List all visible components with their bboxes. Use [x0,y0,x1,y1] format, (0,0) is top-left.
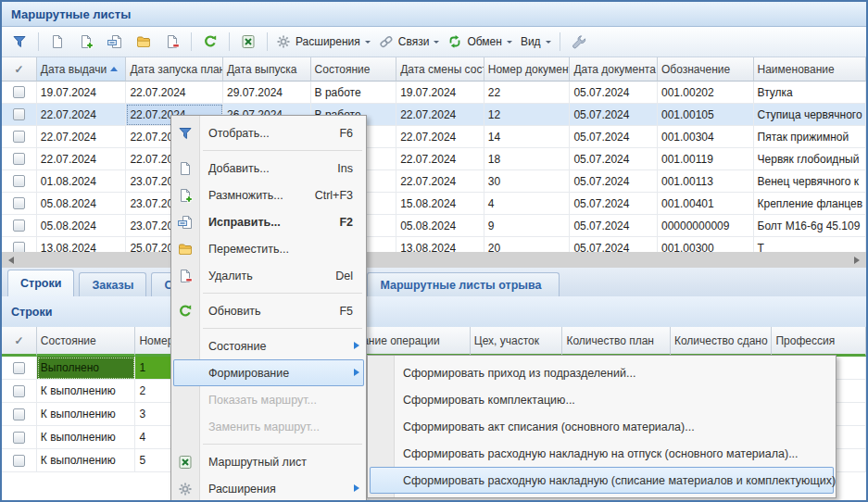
cell[interactable]: 22.07.2024 [126,82,223,104]
cell[interactable]: 001.00113 [658,170,754,193]
menu-item-route-sheet-print[interactable]: Маршрутный лист [171,448,366,475]
menu-item-add[interactable]: Добавить...Ins [171,155,366,182]
menu-item-generate[interactable]: Формирование [171,359,366,386]
column-header-8[interactable]: Профессия [772,327,866,357]
cell[interactable]: 22.07.2024 [37,104,127,126]
cell[interactable]: 30 [484,170,571,193]
cell[interactable]: 19.07.2024 [396,82,484,104]
table-row[interactable]: 05.08.202423.07.202415.08.2024405.07.202… [2,193,866,215]
cell[interactable]: 001.00300 [658,237,754,252]
row-checkbox[interactable] [13,385,25,397]
delete-document-button[interactable] [159,31,185,53]
cell[interactable]: 22.07.2024 [396,148,484,170]
table-row[interactable]: 19.07.202422.07.202429.07.2024В работе19… [2,82,866,104]
menu-item-generate-expense-invoice-writeoff[interactable]: Сформировать расходную накладную (списан… [368,467,836,494]
table-row[interactable]: 22.07.202422.07.202422.07.20241805.07.20… [2,148,866,170]
table-row[interactable]: 01.08.202423.07.202422.07.20243005.07.20… [2,170,866,193]
exchange-menu-button[interactable]: Обмен [445,31,515,53]
table-row[interactable]: 22.07.202422.07.202426.07.2024В работе22… [2,104,866,126]
column-header-8[interactable]: Обозначение [658,57,754,82]
cell[interactable]: 001.00401 [658,193,754,215]
settings-wrench-button[interactable] [566,31,592,53]
cell[interactable]: 13.08.2024 [396,237,484,252]
copy-document-button[interactable] [73,31,99,53]
cell[interactable]: 05.07.2024 [570,237,658,252]
table-row[interactable]: 13.08.202425.07.202413.08.20242005.07.20… [2,237,866,252]
status-cell[interactable]: К выполнению [37,449,136,472]
row-checkbox[interactable] [13,86,25,98]
cell[interactable]: 22.07.2024 [37,148,127,170]
refresh-button[interactable] [197,31,223,53]
row-checkbox[interactable] [13,153,25,165]
cell[interactable]: 19.07.2024 [37,82,127,104]
scroll-left-arrow-icon[interactable] [5,257,14,264]
cell[interactable]: Червяк глобоидный [754,148,866,170]
tab-orders[interactable]: Заказы [79,272,146,296]
row-checkbox[interactable] [13,131,25,143]
menu-item-refresh[interactable]: ОбновитьF5 [171,297,366,324]
edit-document-button[interactable] [102,31,128,53]
row-checkbox[interactable] [13,408,25,420]
tab-rows[interactable]: Строки [7,270,74,296]
table-row[interactable]: 22.07.202422.07.202422.07.20241405.07.20… [2,126,866,148]
cell[interactable]: 001.00304 [658,126,754,148]
cell[interactable]: Втулка [754,82,866,104]
menu-item-generate-completion[interactable]: Сформировать комплектацию... [368,386,836,413]
menu-item-move[interactable]: Переместить... [171,235,366,262]
scroll-right-arrow-icon[interactable] [854,257,863,264]
cell[interactable]: 05.08.2024 [396,215,484,237]
cell[interactable]: 9 [484,215,571,237]
cell[interactable]: Венец червячного к [754,170,866,193]
status-cell[interactable]: К выполнению [37,403,136,426]
column-header-6[interactable]: Номер документа [484,57,571,82]
move-button[interactable] [131,31,157,53]
cell[interactable]: 22 [484,82,571,104]
cell[interactable]: 05.07.2024 [570,82,658,104]
cell[interactable]: 15.08.2024 [396,193,484,215]
row-checkbox[interactable] [13,242,25,252]
cell[interactable]: 05.07.2024 [570,126,658,148]
cell[interactable]: 05.07.2024 [570,215,658,237]
tab-tear-off-route-sheets[interactable]: Маршрутные листы отрыва [367,272,560,296]
cell[interactable]: 29.07.2024 [223,82,311,104]
select-all-header[interactable]: ✓ [2,327,37,357]
column-header-2[interactable]: Дата запуска плановая [126,57,223,82]
extensions-menu-button[interactable]: Расширения [273,31,373,53]
menu-item-filter-rows[interactable]: Отобрать...F6 [171,119,366,146]
menu-item-edit[interactable]: Исправить...F2 [171,208,366,235]
status-cell[interactable]: К выполнению [37,426,136,449]
cell[interactable]: 22.07.2024 [396,126,484,148]
cell[interactable]: 12 [484,104,571,126]
cell[interactable]: 20 [484,237,571,252]
h-scrollbar[interactable] [2,252,866,268]
menu-item-duplicate[interactable]: Размножить...Ctrl+F3 [171,182,366,208]
column-header-3[interactable]: Дата выпуска [223,57,311,82]
menu-item-delete[interactable]: УдалитьDel [171,262,366,289]
filter-button[interactable] [6,31,32,53]
row-checkbox[interactable] [13,362,25,374]
cell[interactable]: Пятак прижимной [754,126,866,148]
cell[interactable]: 05.07.2024 [570,193,658,215]
status-cell[interactable]: К выполнению [37,380,136,403]
cell[interactable]: 22.07.2024 [396,170,484,193]
cell[interactable]: Т [754,237,866,252]
menu-item-generate-expense-invoice-issue[interactable]: Сформировать расходную накладную на отпу… [368,440,836,467]
row-checkbox[interactable] [13,197,25,209]
select-all-header[interactable]: ✓ [2,57,37,82]
cell[interactable]: 05.07.2024 [570,104,658,126]
cell[interactable]: Крепление фланцев [754,193,866,215]
menu-item-extensions[interactable]: Расширения [171,475,366,502]
cell[interactable]: 4 [484,193,571,215]
new-document-button[interactable] [44,31,70,53]
cell[interactable]: Болт М16-6g 45.109 [754,215,866,237]
row-checkbox[interactable] [13,175,25,187]
cell[interactable]: 001.00119 [658,148,754,170]
view-menu-button[interactable]: Вид [518,31,554,53]
cell[interactable]: В работе [311,82,397,104]
menu-item-generate-writeoff-act[interactable]: Сформировать акт списания (основного мат… [368,413,836,440]
cell[interactable]: 22.07.2024 [396,104,484,126]
cell[interactable]: 001.00105 [658,104,754,126]
cell[interactable]: 14 [484,126,571,148]
cell[interactable]: 05.08.2024 [37,193,127,215]
row-checkbox[interactable] [13,108,25,120]
